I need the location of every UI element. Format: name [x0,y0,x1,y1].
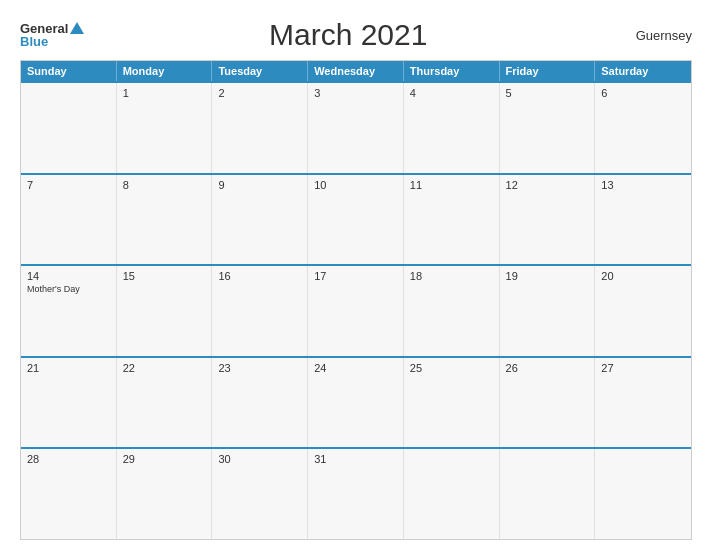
cell-w5-mon: 29 [117,449,213,539]
page-header: General Blue March 2021 Guernsey [20,18,692,52]
week-1: 1 2 3 4 5 6 [21,81,691,173]
cell-w5-thu [404,449,500,539]
week-4: 21 22 23 24 25 26 27 [21,356,691,448]
header-friday: Friday [500,61,596,81]
cell-w4-sun: 21 [21,358,117,448]
cell-w3-sun: 14 Mother's Day [21,266,117,356]
week-5: 28 29 30 31 [21,447,691,539]
page: General Blue March 2021 Guernsey Sunday … [0,0,712,550]
week-2: 7 8 9 10 11 12 13 [21,173,691,265]
cell-w5-tue: 30 [212,449,308,539]
cell-w4-sat: 27 [595,358,691,448]
logo-blue-text: Blue [20,35,84,48]
calendar: Sunday Monday Tuesday Wednesday Thursday… [20,60,692,540]
cell-w4-tue: 23 [212,358,308,448]
cell-w2-sun: 7 [21,175,117,265]
header-thursday: Thursday [404,61,500,81]
cell-w5-sun: 28 [21,449,117,539]
cell-w2-fri: 12 [500,175,596,265]
cell-w3-wed: 17 [308,266,404,356]
cell-w4-thu: 25 [404,358,500,448]
header-saturday: Saturday [595,61,691,81]
calendar-body: 1 2 3 4 5 6 7 8 9 10 11 12 13 14 [21,81,691,539]
cell-w1-thu: 4 [404,83,500,173]
cell-w3-thu: 18 [404,266,500,356]
header-tuesday: Tuesday [212,61,308,81]
cell-w4-mon: 22 [117,358,213,448]
cell-w4-fri: 26 [500,358,596,448]
cell-w3-sat: 20 [595,266,691,356]
week-3: 14 Mother's Day 15 16 17 18 19 20 [21,264,691,356]
calendar-header: Sunday Monday Tuesday Wednesday Thursday… [21,61,691,81]
cell-w5-sat [595,449,691,539]
page-title: March 2021 [84,18,612,52]
cell-w2-sat: 13 [595,175,691,265]
cell-w1-wed: 3 [308,83,404,173]
cell-w2-wed: 10 [308,175,404,265]
cell-w1-fri: 5 [500,83,596,173]
region-label: Guernsey [612,28,692,43]
cell-w1-mon: 1 [117,83,213,173]
cell-w5-fri [500,449,596,539]
cell-w3-fri: 19 [500,266,596,356]
cell-w1-sat: 6 [595,83,691,173]
cell-w3-mon: 15 [117,266,213,356]
cell-w2-tue: 9 [212,175,308,265]
cell-w5-wed: 31 [308,449,404,539]
logo: General Blue [20,22,84,48]
header-wednesday: Wednesday [308,61,404,81]
header-monday: Monday [117,61,213,81]
cell-w3-tue: 16 [212,266,308,356]
header-sunday: Sunday [21,61,117,81]
cell-w2-thu: 11 [404,175,500,265]
cell-w1-tue: 2 [212,83,308,173]
cell-w4-wed: 24 [308,358,404,448]
cell-w1-sun [21,83,117,173]
logo-triangle-icon [70,22,84,34]
cell-w2-mon: 8 [117,175,213,265]
